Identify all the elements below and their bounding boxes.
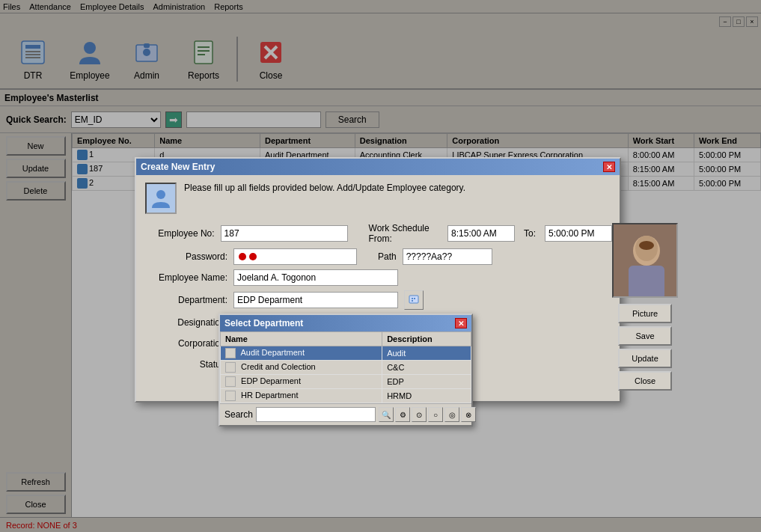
dept-col-name: Name <box>221 332 382 346</box>
empno-input[interactable] <box>221 225 348 242</box>
svg-rect-24 <box>629 266 664 298</box>
dept-search-icon-5[interactable]: ◎ <box>444 407 459 422</box>
dept-search-icon-3[interactable]: ⊙ <box>412 407 427 422</box>
dept-table-row[interactable]: Audit Department Audit <box>221 346 471 361</box>
modal-info-avatar <box>145 183 177 214</box>
employee-photo <box>612 223 678 298</box>
empname-input[interactable] <box>233 269 398 286</box>
work-to-label: To: <box>524 228 536 239</box>
svg-point-16 <box>156 190 165 199</box>
modal-info: Please fill up all fields provided below… <box>145 183 611 214</box>
dept-popup-title: Select Department <box>224 318 303 328</box>
dept-picker-button[interactable] <box>404 290 424 310</box>
dept-search-input[interactable] <box>256 407 376 422</box>
dept-cell-name: HR Department <box>221 389 382 403</box>
select-department-popup: Select Department ✕ Name Description Aud… <box>218 314 473 426</box>
empname-label: Employee Name: <box>145 272 227 283</box>
update-modal-button[interactable]: Update <box>618 349 672 368</box>
modal-title: Create New Entry <box>141 162 215 172</box>
dept-row-icon <box>225 362 236 373</box>
empno-label: Employee No: <box>145 228 215 239</box>
close-modal-button[interactable]: Close <box>618 371 672 391</box>
work-schedule-to-input[interactable] <box>545 225 612 242</box>
dept-label: Department: <box>145 295 227 305</box>
password-label: Password: <box>145 251 227 262</box>
dept-popup-titlebar: Select Department ✕ <box>220 315 471 331</box>
modal-body: Please fill up all fields provided below… <box>136 175 620 401</box>
designation-label: Designation: <box>145 317 227 328</box>
svg-rect-20 <box>412 300 413 302</box>
dept-search-bar: Search 🔍 ⚙ ⊙ ○ ◎ ⊗ <box>220 403 471 425</box>
dept-table-row[interactable]: EDP Deparment EDP <box>221 375 471 389</box>
form-row-dept: Department: <box>145 290 612 310</box>
dept-row-icon <box>225 348 236 358</box>
form-row-password: Password: Path <box>145 248 612 265</box>
dept-cell-name: Audit Department <box>221 346 382 361</box>
create-entry-modal: Create New Entry ✕ Please fill up all fi… <box>135 157 621 403</box>
dept-search-label: Search <box>224 409 253 420</box>
photo-actions-panel: Picture Save Update Close <box>612 223 678 394</box>
svg-rect-19 <box>414 298 415 299</box>
work-schedule-from-input[interactable] <box>447 225 515 242</box>
dept-row-icon <box>225 391 236 401</box>
dept-search-icon-4[interactable]: ○ <box>428 407 443 422</box>
dept-search-icons: 🔍 ⚙ ⊙ ○ ◎ ⊗ <box>379 407 476 422</box>
form-row-empno: Employee No: Work Schedule From: To: <box>145 223 612 244</box>
dept-popup-close-button[interactable]: ✕ <box>455 318 467 328</box>
modal-close-button[interactable]: ✕ <box>603 162 615 172</box>
work-schedule-label: Work Schedule From: <box>369 223 442 244</box>
modal-info-text: Please fill up all fields provided below… <box>184 183 465 193</box>
dept-input[interactable] <box>233 292 398 308</box>
svg-point-25 <box>639 241 654 250</box>
pwd-dot-2 <box>249 253 257 260</box>
dept-cell-name: EDP Deparment <box>221 375 382 389</box>
password-field[interactable] <box>233 248 357 265</box>
path-input[interactable] <box>403 248 492 265</box>
picture-button[interactable]: Picture <box>618 304 672 323</box>
dept-table: Name Description Audit Department Audit … <box>220 331 471 403</box>
dept-table-row[interactable]: Credit and Colection C&C <box>221 361 471 375</box>
dept-cell-desc: Audit <box>382 346 471 361</box>
dept-row-icon <box>225 376 236 387</box>
status-label: Status: <box>145 359 227 370</box>
dept-cell-desc: C&C <box>382 361 471 375</box>
dept-search-icon-6[interactable]: ⊗ <box>461 407 476 422</box>
dept-cell-desc: EDP <box>382 375 471 389</box>
modal-titlebar: Create New Entry ✕ <box>136 159 620 175</box>
dept-cell-name: Credit and Colection <box>221 361 382 375</box>
pwd-dot-1 <box>239 253 246 260</box>
save-button[interactable]: Save <box>618 326 672 346</box>
dept-col-desc: Description <box>382 332 471 346</box>
svg-rect-18 <box>412 298 413 299</box>
corporation-label: Corporation: <box>145 338 227 349</box>
dept-table-row[interactable]: HR Department HRMD <box>221 389 471 403</box>
dept-cell-desc: HRMD <box>382 389 471 403</box>
dept-search-icon-1[interactable]: 🔍 <box>379 407 394 422</box>
dept-search-icon-2[interactable]: ⚙ <box>395 407 410 422</box>
path-label: Path <box>378 251 397 262</box>
form-row-empname: Employee Name: <box>145 269 612 286</box>
